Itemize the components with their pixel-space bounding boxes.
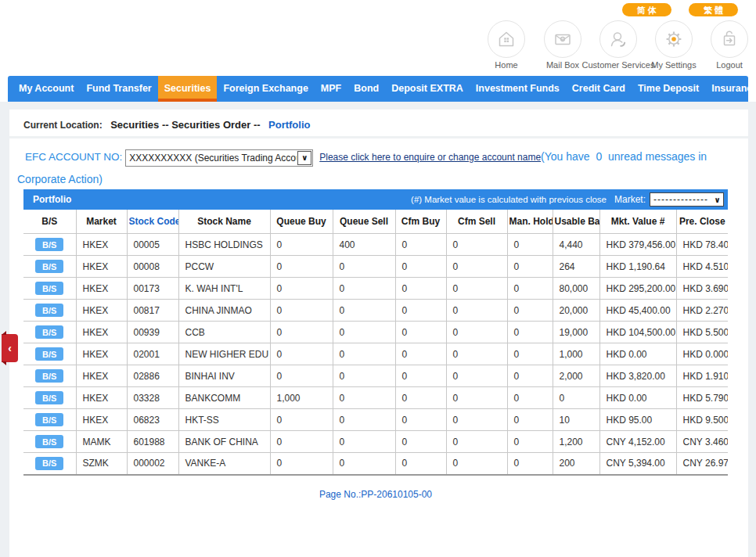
cell-usable-bal: 1,000 bbox=[553, 343, 599, 365]
bs-button[interactable]: B/S bbox=[35, 260, 63, 273]
cell-stock-code: 601988 bbox=[127, 431, 178, 453]
cell-pre-close: HKD 9.500 bbox=[676, 409, 728, 431]
cell-pre-close: HKD 4.510 bbox=[676, 256, 728, 278]
bs-button[interactable]: B/S bbox=[35, 413, 63, 426]
col-header-queue-buy: Queue Buy bbox=[270, 210, 333, 234]
cell-queue-buy: 1,000 bbox=[270, 387, 333, 409]
cell-cfm-buy: 0 bbox=[395, 322, 446, 343]
table-row: B/SHKEX00817CHINA JINMAO0000020,000HKD 4… bbox=[23, 300, 728, 322]
cell-mkt-value: HKD 104,500.00 bbox=[599, 322, 676, 343]
nav-item-deposit-extra[interactable]: Deposit EXTRA bbox=[385, 76, 470, 102]
change-account-name-link[interactable]: Please click here to enquire or change a… bbox=[319, 152, 541, 163]
cell-stock-code: 00939 bbox=[127, 322, 178, 343]
bs-button[interactable]: B/S bbox=[35, 304, 63, 317]
bs-cell: B/S bbox=[23, 431, 76, 453]
main-nav: My AccountFund TransferSecuritiesForeign… bbox=[8, 76, 748, 102]
quick-link-logout[interactable]: Logout bbox=[682, 20, 756, 70]
col-header-queue-sell: Queue Sell bbox=[333, 210, 395, 234]
cell-man-hold: 0 bbox=[507, 409, 553, 431]
cell-cfm-sell: 0 bbox=[446, 234, 507, 256]
cell-stock-code: 00817 bbox=[127, 300, 178, 322]
cell-cfm-buy: 0 bbox=[395, 343, 446, 365]
cell-pre-close: CNY 3.460 bbox=[676, 431, 728, 453]
cell-queue-buy: 0 bbox=[270, 453, 333, 475]
cell-man-hold: 0 bbox=[507, 365, 553, 387]
cell-man-hold: 0 bbox=[507, 234, 553, 256]
cell-man-hold: 0 bbox=[507, 431, 553, 453]
cell-stock-code: 00008 bbox=[127, 256, 178, 278]
nav-item-bond[interactable]: Bond bbox=[347, 76, 385, 102]
cell-queue-sell: 0 bbox=[333, 409, 395, 431]
cell-usable-bal: 20,000 bbox=[553, 300, 599, 322]
bs-button[interactable]: B/S bbox=[35, 347, 63, 361]
market-filter-label: Market: bbox=[614, 194, 646, 205]
bs-button[interactable]: B/S bbox=[35, 282, 63, 295]
breadcrumb-current[interactable]: Portfolio bbox=[268, 119, 310, 131]
chevron-left-icon: ‹ bbox=[8, 342, 12, 354]
cell-stock-name: BANK OF CHINA bbox=[178, 431, 270, 453]
cell-market: HKEX bbox=[76, 234, 127, 256]
portfolio-table-body: B/SHKEX00005HSBC HOLDINGS04000004,440HKD… bbox=[23, 234, 728, 475]
nav-item-foreign-exchange[interactable]: Foreign Exchange bbox=[217, 76, 314, 102]
cell-cfm-sell: 0 bbox=[446, 453, 507, 475]
lang-traditional-button[interactable]: 繁 體 bbox=[689, 3, 738, 16]
cell-man-hold: 0 bbox=[507, 453, 553, 475]
cell-stock-code: 02001 bbox=[127, 343, 178, 365]
lang-simplified-button[interactable]: 简 体 bbox=[622, 3, 671, 16]
cell-man-hold: 0 bbox=[507, 322, 553, 343]
cell-stock-code: 00173 bbox=[127, 278, 178, 300]
cell-queue-sell: 0 bbox=[333, 431, 395, 453]
cell-queue-buy: 0 bbox=[270, 409, 333, 431]
bs-button[interactable]: B/S bbox=[35, 391, 63, 404]
col-header-bs: B/S bbox=[23, 210, 76, 234]
portfolio-title-bar: Portfolio (#) Market value is calculated… bbox=[23, 189, 728, 210]
col-header-stock-code[interactable]: Stock Code bbox=[127, 210, 178, 234]
cell-queue-buy: 0 bbox=[270, 322, 333, 343]
cell-stock-name: CCB bbox=[178, 322, 270, 343]
col-header-cfm-sell: Cfm Sell bbox=[446, 210, 507, 234]
nav-item-securities[interactable]: Securities bbox=[158, 76, 218, 102]
nav-item-my-account[interactable]: My Account bbox=[13, 76, 80, 102]
bs-button[interactable]: B/S bbox=[35, 369, 63, 383]
cell-pre-close: CNY 26.970 bbox=[676, 453, 728, 475]
nav-item-investment-funds[interactable]: Investment Funds bbox=[470, 76, 566, 102]
cell-stock-name: HKT-SS bbox=[178, 409, 270, 431]
bs-button[interactable]: B/S bbox=[35, 325, 63, 339]
account-select[interactable]: XXXXXXXXXX (Securities Trading Account)∨ bbox=[125, 149, 313, 167]
table-row: B/SHKEX00939CCB0000019,000HKD 104,500.00… bbox=[23, 322, 728, 343]
col-header-cfm-buy: Cfm Buy bbox=[395, 210, 446, 234]
cell-usable-bal: 264 bbox=[553, 256, 599, 278]
market-select[interactable]: --------------∨ bbox=[650, 192, 724, 207]
nav-item-insurance[interactable]: Insurance bbox=[705, 76, 756, 102]
table-header-row: B/S Market Stock Code Stock Name Queue B… bbox=[23, 210, 728, 234]
nav-item-credit-card[interactable]: Credit Card bbox=[566, 76, 632, 102]
bs-button[interactable]: B/S bbox=[35, 435, 63, 448]
bs-cell: B/S bbox=[23, 343, 76, 365]
cell-cfm-buy: 0 bbox=[395, 431, 446, 453]
cell-pre-close: HKD 3.690 bbox=[676, 278, 728, 300]
col-header-market: Market bbox=[76, 210, 127, 234]
cell-market: HKEX bbox=[76, 409, 127, 431]
page-number: Page No.:PP-20610105-00 bbox=[23, 489, 728, 500]
bs-button[interactable]: B/S bbox=[35, 238, 63, 251]
nav-item-fund-transfer[interactable]: Fund Transfer bbox=[80, 76, 157, 102]
cell-pre-close: HKD 0.000 bbox=[676, 343, 728, 365]
market-value-note: (#) Market value is calculated with prev… bbox=[411, 195, 607, 204]
collapse-panel-tab[interactable]: ‹ bbox=[2, 334, 18, 362]
cell-queue-sell: 0 bbox=[333, 365, 395, 387]
bs-cell: B/S bbox=[23, 234, 76, 256]
bs-cell: B/S bbox=[23, 387, 76, 409]
cell-stock-name: BINHAI INV bbox=[178, 365, 270, 387]
cell-usable-bal: 10 bbox=[553, 409, 599, 431]
cell-queue-sell: 0 bbox=[333, 300, 395, 322]
nav-item-mpf[interactable]: MPF bbox=[315, 76, 347, 102]
bs-button[interactable]: B/S bbox=[35, 457, 63, 470]
cell-cfm-buy: 0 bbox=[395, 234, 446, 256]
cell-cfm-sell: 0 bbox=[446, 322, 507, 343]
cell-market: MAMK bbox=[76, 431, 127, 453]
market-select-value: -------------- bbox=[650, 194, 711, 205]
cell-stock-code: 06823 bbox=[127, 409, 178, 431]
nav-item-time-deposit[interactable]: Time Deposit bbox=[632, 76, 705, 102]
cell-stock-code: 00005 bbox=[127, 234, 178, 256]
breadcrumb-prefix: Current Location: bbox=[23, 120, 103, 131]
